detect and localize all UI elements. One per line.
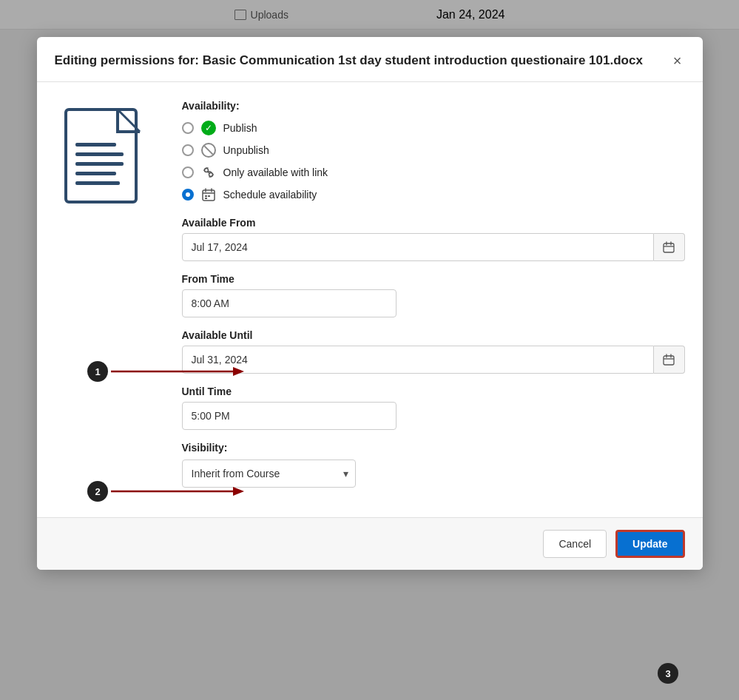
- svg-rect-13: [205, 195, 207, 197]
- unpublish-icon-wrapper: [201, 143, 216, 158]
- unpublish-label: Unpublish: [223, 144, 269, 156]
- document-icon: [62, 106, 151, 209]
- update-button[interactable]: Update: [615, 530, 684, 558]
- svg-point-7: [209, 172, 212, 176]
- form-content: Availability: ✓ Publish Unpublish: [182, 100, 685, 499]
- publish-label: Publish: [223, 122, 257, 134]
- radio-circle-schedule: [182, 189, 194, 201]
- radio-circle-link: [182, 166, 194, 178]
- svg-rect-5: [75, 181, 120, 185]
- svg-rect-16: [664, 243, 674, 252]
- availability-label: Availability:: [182, 100, 685, 112]
- step2-arrow: [111, 482, 244, 500]
- available-until-calendar-button[interactable]: [654, 346, 685, 374]
- until-time-group: Until Time: [182, 386, 685, 430]
- calendar-btn-icon: [663, 241, 675, 253]
- available-from-group: Available From: [182, 217, 685, 261]
- unpublish-icon: [201, 143, 216, 158]
- link-svg-icon: [201, 165, 216, 180]
- visibility-label: Visibility:: [182, 442, 685, 454]
- svg-rect-3: [75, 162, 124, 166]
- available-until-group: Available Until: [182, 329, 685, 374]
- available-from-input[interactable]: [182, 233, 654, 261]
- svg-rect-20: [664, 356, 674, 365]
- available-from-label: Available From: [182, 217, 685, 229]
- svg-line-8: [208, 172, 209, 173]
- available-from-row: [182, 233, 685, 261]
- radio-circle-unpublish: [182, 144, 194, 156]
- step1-badge: 1: [87, 361, 108, 382]
- svg-marker-27: [233, 487, 244, 496]
- svg-rect-1: [75, 143, 116, 147]
- svg-rect-15: [205, 198, 207, 199]
- available-until-row: [182, 346, 685, 374]
- publish-check-icon: ✓: [201, 121, 216, 135]
- link-icon: [201, 165, 216, 180]
- close-button[interactable]: ×: [670, 53, 685, 68]
- step1-arrow: [111, 363, 244, 380]
- until-time-input[interactable]: [182, 402, 397, 430]
- link-label: Only available with link: [223, 166, 328, 178]
- available-until-input[interactable]: [182, 346, 654, 374]
- step3-badge: 3: [658, 663, 678, 684]
- cancel-button[interactable]: Cancel: [543, 530, 607, 558]
- radio-unpublish[interactable]: Unpublish: [182, 143, 685, 158]
- visibility-group: Visibility: Inherit from Course Public I…: [182, 442, 685, 488]
- modal-title: Editing permissions for: Basic Communica…: [55, 52, 643, 70]
- document-icon-container: [55, 100, 158, 499]
- calendar-until-btn-icon: [663, 354, 675, 366]
- svg-point-6: [204, 168, 208, 172]
- modal-header: Editing permissions for: Basic Communica…: [37, 37, 703, 82]
- svg-marker-25: [233, 367, 244, 376]
- radio-group: ✓ Publish Unpublish: [182, 121, 685, 202]
- svg-rect-4: [75, 172, 116, 175]
- modal-body: Availability: ✓ Publish Unpublish: [37, 82, 703, 517]
- available-until-label: Available Until: [182, 329, 685, 341]
- modal-footer: Cancel Update: [37, 517, 703, 570]
- radio-circle-publish: [182, 122, 194, 134]
- schedule-icon: [201, 187, 216, 202]
- svg-rect-2: [75, 152, 124, 156]
- svg-rect-14: [208, 195, 210, 197]
- step2-badge: 2: [87, 481, 108, 502]
- radio-publish[interactable]: ✓ Publish: [182, 121, 685, 135]
- radio-link[interactable]: Only available with link: [182, 165, 685, 180]
- available-from-calendar-button[interactable]: [654, 233, 685, 261]
- schedule-label: Schedule availability: [223, 189, 317, 201]
- from-time-input[interactable]: [182, 289, 397, 317]
- radio-schedule[interactable]: Schedule availability: [182, 187, 685, 202]
- from-time-label: From Time: [182, 273, 685, 285]
- until-time-label: Until Time: [182, 386, 685, 397]
- publish-icon: ✓: [201, 121, 216, 135]
- from-time-group: From Time: [182, 273, 685, 317]
- calendar-icon: [201, 187, 216, 202]
